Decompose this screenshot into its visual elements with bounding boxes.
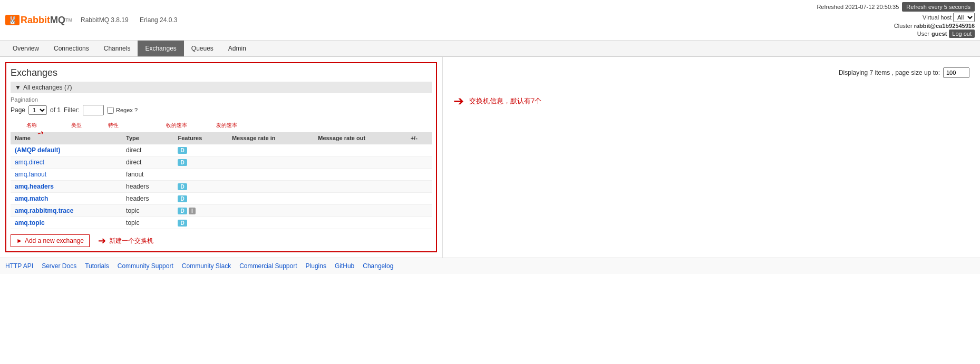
add-exchange-button[interactable]: ► Add a new exchange <box>11 234 90 247</box>
col-rate-out: Message rate out <box>314 132 406 144</box>
vhost-label: Virtual host <box>923 14 952 21</box>
badge-d: D <box>178 195 187 202</box>
footer-http-api[interactable]: HTTP API <box>5 262 33 270</box>
cell-rate-out <box>314 156 406 169</box>
cell-name: amq.rabbitmq.trace <box>11 205 122 217</box>
nav-queues[interactable]: Queues <box>184 41 221 56</box>
cluster-value: rabbit@ca1b92545916 <box>914 23 975 29</box>
add-annotation-text: 新建一个交换机 <box>109 237 153 245</box>
exchange-link[interactable]: (AMQP default) <box>15 146 60 154</box>
user-value: guest <box>932 31 947 37</box>
user-line: User guest Log out <box>817 29 975 38</box>
table-header: Name Type Features Message rate in Messa… <box>11 132 432 144</box>
table-row: amq.fanout fanout <box>11 169 432 181</box>
logo-icon: 🐰 <box>5 15 20 25</box>
exchange-link[interactable]: amq.topic <box>15 219 45 227</box>
of-label: of 1 <box>50 106 61 114</box>
exchange-link[interactable]: amq.match <box>15 195 48 202</box>
footer-tutorials[interactable]: Tutorials <box>85 262 109 270</box>
navbar: Overview Connections Channels Exchanges … <box>0 41 980 57</box>
cell-features: D <box>173 181 228 193</box>
left-panel: Exchanges ▼ All exchanges (7) Pagination… <box>0 57 443 258</box>
annotation-rate-out: 发的速率 <box>216 122 237 129</box>
cell-features: D <box>173 144 228 156</box>
arrow-right-icon: ➔ <box>98 235 106 247</box>
exchange-link[interactable]: amq.rabbitmq.trace <box>15 207 73 214</box>
logo: 🐰 RabbitMQTM <box>5 15 72 26</box>
footer-commercial-support[interactable]: Commercial Support <box>239 262 297 270</box>
cell-name: amq.fanout <box>11 169 122 181</box>
annotation-name: 名称 <box>26 122 37 129</box>
col-rate-in: Message rate in <box>228 132 314 144</box>
refresh-button[interactable]: Refresh every 5 seconds <box>902 2 975 12</box>
nav-exchanges[interactable]: Exchanges <box>138 41 183 56</box>
annotation-features: 特性 <box>108 122 119 129</box>
footer-plugins[interactable]: Plugins <box>306 262 326 270</box>
page-size-input[interactable] <box>943 67 969 78</box>
exchange-link[interactable]: amq.headers <box>15 183 54 190</box>
pagination-label: Pagination <box>11 96 432 103</box>
annotation-type: 类型 <box>71 122 82 129</box>
section-header-label: All exchanges (7) <box>23 84 72 91</box>
cell-features <box>173 169 228 181</box>
logo-tm: TM <box>65 17 72 23</box>
right-annotation: ➔ 交换机信息，默认有7个 <box>453 94 969 109</box>
column-annotations: 名称 类型 特性 收的速率 发的速率 ↙ <box>11 120 432 132</box>
exchange-link[interactable]: amq.direct <box>15 159 44 166</box>
footer-github[interactable]: GitHub <box>335 262 354 270</box>
cell-plus-minus <box>406 217 432 229</box>
add-exchange-label: Add a new exchange <box>25 237 84 244</box>
nav-connections[interactable]: Connections <box>46 41 96 56</box>
footer-server-docs[interactable]: Server Docs <box>42 262 76 270</box>
cell-rate-out <box>314 169 406 181</box>
cell-features: D <box>173 193 228 205</box>
table-row: amq.direct direct D <box>11 156 432 169</box>
cell-plus-minus <box>406 144 432 156</box>
chevron-down-icon: ▼ <box>15 84 21 91</box>
display-info: Displaying 7 items , page size up to: <box>839 67 969 78</box>
exchange-link[interactable]: amq.fanout <box>15 171 46 178</box>
cell-type: topic <box>122 205 173 217</box>
nav-channels[interactable]: Channels <box>96 41 138 56</box>
filter-input[interactable] <box>83 105 104 115</box>
cell-type: direct <box>122 144 173 156</box>
virtual-host-line: Virtual host All <box>817 13 975 22</box>
logo-text: Rabbit <box>21 15 50 26</box>
regex-area: Regex ? <box>107 107 138 114</box>
footer-community-slack[interactable]: Community Slack <box>182 262 231 270</box>
cell-features: D <box>173 217 228 229</box>
col-plus-minus: +/- <box>406 132 432 144</box>
regex-checkbox[interactable] <box>107 107 114 114</box>
exchanges-table: Name Type Features Message rate in Messa… <box>11 132 432 229</box>
topbar: 🐰 RabbitMQTM RabbitMQ 3.8.19 Erlang 24.0… <box>0 0 980 41</box>
cell-rate-in <box>228 193 314 205</box>
rabbitmq-version: RabbitMQ 3.8.19 <box>81 16 129 24</box>
cell-name: amq.match <box>11 193 122 205</box>
triangle-icon: ► <box>16 237 23 244</box>
cell-rate-in <box>228 144 314 156</box>
displaying-label: Displaying 7 items , page size up to: <box>839 69 940 76</box>
section-header[interactable]: ▼ All exchanges (7) <box>11 82 432 93</box>
cell-plus-minus <box>406 156 432 169</box>
col-type: Type <box>122 132 173 144</box>
footer-community-support[interactable]: Community Support <box>118 262 173 270</box>
page-select[interactable]: 1 <box>28 105 47 115</box>
regex-label: Regex ? <box>116 107 138 113</box>
logout-button[interactable]: Log out <box>949 29 975 38</box>
vhost-select[interactable]: All <box>953 13 975 22</box>
logo-mq: MQ <box>50 15 65 26</box>
badge-d: D <box>178 147 187 154</box>
cell-rate-in <box>228 181 314 193</box>
nav-overview[interactable]: Overview <box>5 41 46 56</box>
cell-plus-minus <box>406 169 432 181</box>
annotation-rate-in: 收的速率 <box>166 122 187 129</box>
nav-admin[interactable]: Admin <box>221 41 254 56</box>
table-body: (AMQP default) direct D amq.direct direc… <box>11 144 432 229</box>
add-section: ► Add a new exchange ➔ 新建一个交换机 <box>11 234 432 247</box>
badge-d: D <box>178 208 187 214</box>
cell-rate-in <box>228 169 314 181</box>
footer-changelog[interactable]: Changelog <box>363 262 393 270</box>
pagination-controls: Page 1 of 1 Filter: Regex ? <box>11 105 432 115</box>
right-panel: Displaying 7 items , page size up to: ➔ … <box>443 57 980 258</box>
exchanges-box: Exchanges ▼ All exchanges (7) Pagination… <box>5 62 437 252</box>
